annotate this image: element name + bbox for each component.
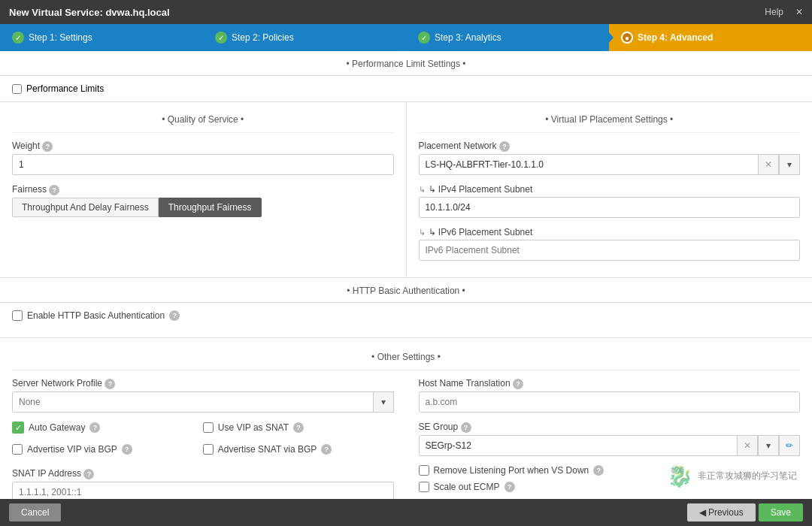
step-1[interactable]: ✓ Step 1: Settings — [0, 24, 203, 51]
step-3[interactable]: ✓ Step 3: Analytics — [406, 24, 609, 51]
http-auth-label: Enable HTTP Basic Authentication — [27, 310, 165, 321]
placement-network-label: Placement Network ? — [419, 141, 801, 152]
performance-limits-checkbox[interactable] — [12, 84, 22, 94]
ipv4-subnet-input[interactable] — [419, 197, 801, 218]
other-settings-cols: Server Network Profile ? ▾ ✓ Auto Gatewa… — [12, 378, 800, 499]
advertise-vip-help-icon[interactable]: ? — [122, 444, 132, 455]
close-button[interactable]: ✕ — [795, 7, 803, 17]
se-group-group: SE Group ? ✕ ▾ ✏ — [419, 422, 801, 456]
server-network-profile-label: Server Network Profile ? — [12, 378, 394, 389]
advertise-snat-label: Advertise SNAT via BGP — [218, 444, 317, 455]
advertise-vip-label: Advertise VIP via BGP — [27, 444, 117, 455]
http-auth-header: • HTTP Basic Authentication • — [0, 278, 812, 303]
step-2[interactable]: ✓ Step 2: Policies — [203, 24, 406, 51]
server-network-profile-group: Server Network Profile ? ▾ — [12, 378, 394, 413]
scale-out-ecmp-row: Scale out ECMP ? — [419, 482, 801, 492]
server-network-dropdown-btn[interactable]: ▾ — [373, 391, 394, 413]
qos-header: • Quality of Service • — [12, 110, 394, 133]
se-group-help-icon[interactable]: ? — [461, 422, 471, 433]
server-network-actions: ▾ — [373, 391, 394, 413]
stepper: ✓ Step 1: Settings ✓ Step 2: Policies ✓ … — [0, 24, 812, 51]
ipv6-subnet-label: ↳ ↳ IPv6 Placement Subnet — [419, 227, 801, 237]
server-network-input[interactable] — [12, 391, 394, 413]
se-group-edit-btn[interactable]: ✏ — [779, 435, 800, 456]
step-3-label: Step 3: Analytics — [435, 32, 501, 43]
se-group-select-wrap: ✕ ▾ ✏ — [419, 435, 801, 456]
dialog-title: New Virtual Service: dvwa.hq.local — [9, 7, 170, 18]
advertise-vip-checkbox[interactable] — [12, 444, 23, 455]
http-auth-help-icon[interactable]: ? — [169, 310, 180, 321]
vip-header: • Virtual IP Placement Settings • — [419, 110, 801, 133]
weight-input[interactable] — [12, 154, 394, 175]
inline-checks-group: ✓ Auto Gateway ? Use VIP as SNAT ? Adver… — [12, 422, 394, 461]
qos-vip-row: • Quality of Service • Weight ? Fairness… — [0, 102, 812, 278]
http-auth-checkbox-row: Enable HTTP Basic Authentication ? — [12, 310, 800, 321]
nav-buttons: ◀ Previous Save — [687, 503, 803, 521]
fairness-label: Fairness ? — [12, 184, 394, 195]
step-4-label: Step 4: Advanced — [638, 32, 713, 43]
step-2-icon: ✓ — [215, 32, 227, 44]
remove-listening-label: Remove Listening Port when VS Down — [434, 465, 589, 476]
advertise-snat-help-icon[interactable]: ? — [321, 444, 332, 455]
remove-listening-checkbox[interactable] — [419, 465, 429, 476]
vip-placement-section: • Virtual IP Placement Settings • Placem… — [407, 102, 813, 277]
hostname-label: Host Name Translation ? — [419, 378, 801, 389]
auto-gateway-checked-icon[interactable]: ✓ — [12, 422, 24, 434]
ipv4-subnet-label: ↳ ↳ IPv4 Placement Subnet — [419, 184, 801, 195]
weight-help-icon[interactable]: ? — [42, 141, 53, 152]
fairness-help-icon[interactable]: ? — [49, 185, 59, 195]
placement-network-actions: ✕ ▾ — [758, 154, 800, 175]
auto-gateway-label: Auto Gateway — [29, 422, 85, 433]
qos-section: • Quality of Service • Weight ? Fairness… — [0, 102, 407, 277]
advertise-vip-row: Advertise VIP via BGP ? — [12, 444, 203, 455]
http-auth-section: • HTTP Basic Authentication • Enable HTT… — [0, 278, 812, 338]
hostname-group: Host Name Translation ? — [419, 378, 801, 413]
save-button[interactable]: Save — [759, 503, 803, 521]
http-auth-checkbox[interactable] — [12, 310, 23, 321]
previous-button[interactable]: ◀ Previous — [687, 503, 756, 521]
se-group-clear-btn[interactable]: ✕ — [737, 435, 758, 456]
auto-gateway-help-icon[interactable]: ? — [89, 422, 100, 433]
throughput-delay-btn[interactable]: Throughput And Delay Fairness — [12, 198, 159, 217]
placement-network-help-icon[interactable]: ? — [499, 141, 510, 152]
snat-ip-help-icon[interactable]: ? — [83, 469, 94, 479]
perf-limits-section: • Performance Limit Settings • Performan… — [0, 51, 812, 102]
step-4[interactable]: ● Step 4: Advanced — [609, 24, 812, 51]
server-network-help-icon[interactable]: ? — [105, 379, 115, 389]
use-vip-snat-help-icon[interactable]: ? — [293, 422, 304, 433]
other-settings-section: • Other Settings • Server Network Profil… — [0, 338, 812, 499]
title-bar-actions: Help ✕ — [765, 7, 803, 17]
perf-limits-row: Performance Limits — [0, 76, 812, 102]
hostname-help-icon[interactable]: ? — [513, 379, 523, 389]
scale-out-ecmp-help-icon[interactable]: ? — [504, 482, 515, 492]
extra-checkboxes: Remove Listening Port when VS Down ? Sca… — [419, 465, 801, 492]
title-bar: New Virtual Service: dvwa.hq.local Help … — [0, 0, 812, 24]
server-network-select-wrap: ▾ — [12, 391, 394, 413]
step-3-icon: ✓ — [418, 32, 430, 44]
ipv6-subnet-group: ↳ ↳ IPv6 Placement Subnet — [419, 227, 801, 261]
ipv6-subnet-input[interactable] — [419, 240, 801, 261]
placement-network-select-wrap: ✕ ▾ — [419, 154, 801, 175]
use-vip-snat-row: Use VIP as SNAT ? — [203, 422, 394, 434]
step-4-icon: ● — [621, 32, 633, 44]
hostname-input[interactable] — [419, 391, 801, 413]
http-auth-row: Enable HTTP Basic Authentication ? — [0, 303, 812, 337]
placement-network-dropdown-btn[interactable]: ▾ — [779, 154, 800, 175]
use-vip-snat-checkbox[interactable] — [203, 422, 214, 433]
scale-out-ecmp-checkbox[interactable] — [419, 482, 429, 492]
fairness-group: Fairness ? Throughput And Delay Fairness… — [12, 184, 394, 217]
snat-ip-input[interactable] — [12, 482, 394, 499]
advertise-snat-checkbox[interactable] — [203, 444, 214, 455]
remove-listening-row: Remove Listening Port when VS Down ? — [419, 465, 801, 476]
bottom-bar: Cancel ◀ Previous Save — [0, 499, 812, 526]
step-1-label: Step 1: Settings — [29, 32, 92, 43]
throughput-btn[interactable]: Throughput Fairness — [159, 198, 262, 217]
remove-listening-help-icon[interactable]: ? — [593, 465, 604, 476]
ipv6-arrow-icon: ↳ — [419, 228, 426, 237]
cancel-button[interactable]: Cancel — [9, 503, 61, 521]
help-link[interactable]: Help — [765, 7, 783, 17]
placement-network-input[interactable] — [419, 154, 801, 175]
placement-network-clear-btn[interactable]: ✕ — [758, 154, 779, 175]
se-group-dropdown-btn[interactable]: ▾ — [758, 435, 779, 456]
step-1-icon: ✓ — [12, 32, 24, 44]
